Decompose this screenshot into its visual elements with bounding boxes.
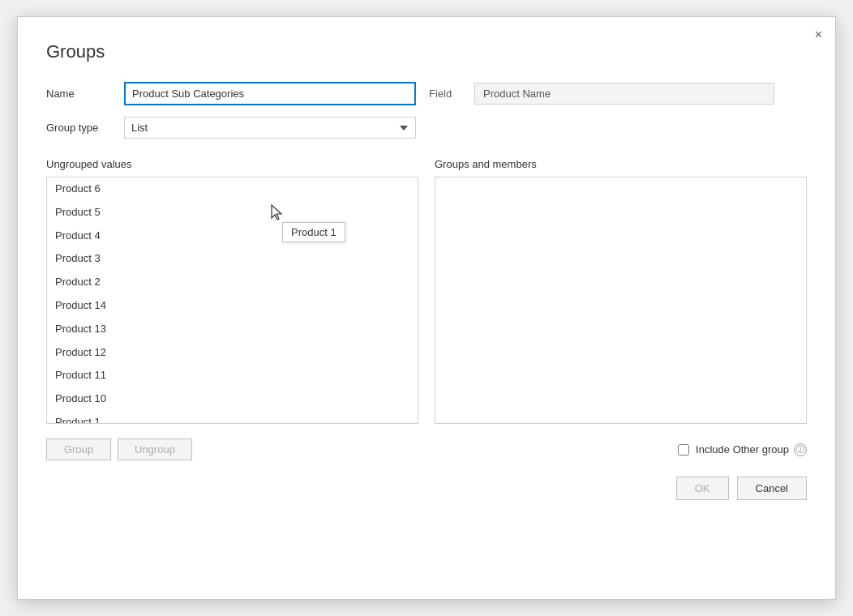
list-item[interactable]: Product 1 [47, 411, 418, 424]
group-button[interactable]: Group [46, 438, 111, 460]
groups-members-list[interactable] [435, 177, 807, 424]
groups-members-column: Groups and members [435, 158, 807, 424]
list-item[interactable]: Product 11 [47, 364, 418, 387]
groups-members-title: Groups and members [435, 158, 807, 170]
info-icon[interactable]: ⓘ [794, 443, 807, 456]
buttons-row: Group Ungroup Include Other group ⓘ [46, 438, 807, 460]
field-label: Field [429, 88, 461, 100]
include-other-label: Include Other group ⓘ [696, 443, 807, 456]
list-item[interactable]: Product 4 [47, 225, 418, 248]
list-item[interactable]: Product 14 [47, 294, 418, 318]
list-item[interactable]: Product 6 [47, 178, 418, 201]
include-other-checkbox[interactable] [678, 444, 689, 456]
group-type-select[interactable]: List Bin [124, 117, 416, 139]
group-type-row: Group type List Bin [46, 117, 807, 139]
include-other-row: Include Other group ⓘ [678, 443, 807, 456]
list-item[interactable]: Product 13 [47, 318, 418, 341]
ok-button[interactable]: OK [676, 477, 729, 500]
name-input[interactable] [124, 82, 416, 105]
columns-area: Ungrouped values Product 6Product 5Produ… [46, 158, 807, 424]
close-button[interactable]: × [815, 28, 822, 41]
group-type-select-wrapper: List Bin [124, 117, 416, 139]
list-item[interactable]: Product 12 [47, 341, 418, 365]
list-item[interactable]: Product 10 [47, 387, 418, 411]
ungrouped-column: Ungrouped values Product 6Product 5Produ… [46, 158, 418, 424]
name-row: Name Field Product Name [46, 82, 807, 105]
name-label: Name [46, 88, 111, 100]
list-item[interactable]: Product 2 [47, 271, 418, 294]
list-item[interactable]: Product 3 [47, 247, 418, 271]
ungroup-button[interactable]: Ungroup [118, 438, 192, 460]
field-value: Product Name [474, 83, 774, 105]
group-type-label: Group type [46, 122, 111, 134]
ungrouped-title: Ungrouped values [46, 158, 418, 170]
ungrouped-list[interactable]: Product 6Product 5Product 4Product 3Prod… [46, 177, 418, 424]
dialog-title: Groups [46, 41, 807, 62]
groups-dialog: × Groups Name Field Product Name Group t… [17, 16, 836, 600]
cancel-button[interactable]: Cancel [737, 477, 807, 500]
dialog-footer: OK Cancel [46, 477, 807, 500]
list-item[interactable]: Product 5 [47, 201, 418, 225]
left-buttons: Group Ungroup [46, 438, 192, 460]
